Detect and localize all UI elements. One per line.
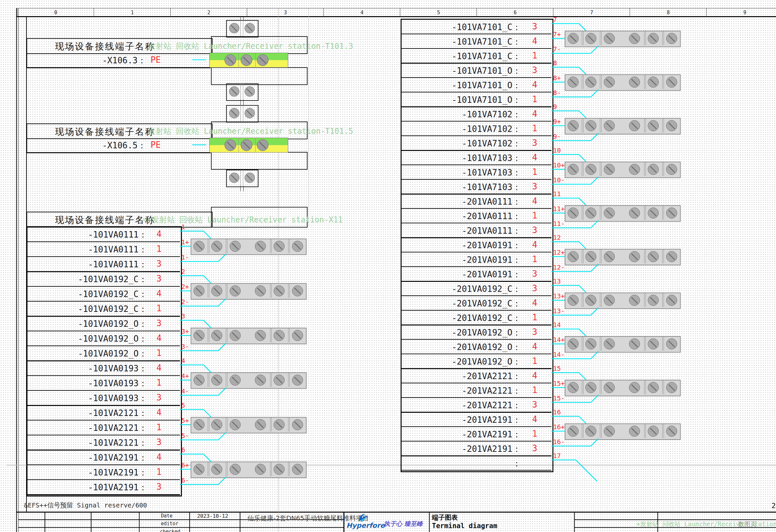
block-divider bbox=[601, 249, 602, 263]
screw-icon bbox=[273, 286, 284, 296]
terminal-name: -201VA0192_C： bbox=[452, 298, 521, 309]
block-divider bbox=[644, 31, 644, 45]
screw-icon bbox=[224, 54, 236, 66]
block-divider bbox=[600, 75, 600, 89]
block-divider bbox=[583, 162, 583, 176]
block-divider bbox=[270, 462, 270, 476]
terminal-name: -101VA7101_C： bbox=[452, 51, 521, 62]
wire bbox=[552, 373, 586, 380]
terminal-pin-value: 4 bbox=[154, 363, 164, 373]
mount-rect bbox=[211, 152, 308, 170]
frame-left-inner bbox=[18, 8, 18, 532]
tb-line bbox=[189, 512, 190, 532]
terminal-name: -101VA0193： bbox=[88, 393, 147, 404]
mount-rect bbox=[211, 67, 308, 85]
block-divider bbox=[288, 284, 288, 298]
block-divider bbox=[662, 380, 662, 394]
block-divider bbox=[600, 337, 600, 351]
block-divider bbox=[270, 239, 270, 253]
table-row: -101VA7102：1 bbox=[401, 121, 552, 136]
screw-icon bbox=[666, 207, 677, 218]
screw-icon bbox=[666, 33, 677, 44]
ruler-cell: 9 bbox=[706, 8, 776, 17]
table-row: ： bbox=[401, 455, 552, 471]
ruler-cell: 8 bbox=[630, 8, 707, 17]
block-divider bbox=[226, 328, 226, 342]
terminal-name: -101VA0192_C： bbox=[78, 304, 147, 315]
table-row: -101VA7103：3 bbox=[401, 179, 552, 195]
block-divider bbox=[240, 105, 241, 121]
signal-reserve-note: &EFS++信号预留 Signal reserve/600 bbox=[24, 501, 147, 510]
block-divider bbox=[644, 424, 644, 438]
block-divider bbox=[226, 373, 226, 387]
terminal-pin-value: 3 bbox=[529, 225, 540, 235]
titleblock-top-line bbox=[16, 512, 776, 513]
block-divider bbox=[645, 424, 646, 438]
wire-number-label: 15 bbox=[553, 365, 561, 372]
terminal-pin-value: 3 bbox=[529, 65, 540, 75]
wire bbox=[552, 111, 586, 118]
wire-number-label: 14+ bbox=[553, 336, 565, 344]
block-divider bbox=[240, 170, 241, 186]
block-divider bbox=[288, 239, 288, 253]
block-divider bbox=[600, 31, 600, 45]
terminal-name: -101VA2191： bbox=[88, 482, 147, 493]
wire-number-label: 12- bbox=[553, 263, 565, 271]
table-row: -201VA2191：3 bbox=[401, 440, 552, 457]
table-row: -101VA0193：3 bbox=[26, 390, 180, 406]
screw-icon bbox=[255, 330, 266, 341]
wire-number-label: 6 bbox=[181, 446, 185, 454]
screw-icon bbox=[224, 139, 236, 151]
block-divider bbox=[583, 31, 583, 45]
block-divider bbox=[662, 162, 662, 176]
section2-header-label: 现场设备接线端子名称 bbox=[55, 126, 155, 138]
terminal-pin-value: 3 bbox=[154, 437, 164, 447]
screw-icon bbox=[292, 241, 303, 252]
block-divider bbox=[240, 20, 241, 36]
screw-icon bbox=[648, 33, 659, 44]
screw-icon bbox=[585, 76, 596, 87]
screw-icon bbox=[585, 120, 596, 131]
terminal-name: -101VA0192_C： bbox=[78, 289, 147, 300]
block-divider bbox=[583, 75, 583, 89]
wire-number-label: 8- bbox=[553, 89, 561, 97]
terminal-pin-value: 4 bbox=[529, 80, 540, 90]
block-divider bbox=[209, 462, 209, 476]
screw-icon bbox=[629, 164, 640, 175]
ruler-cell: 7 bbox=[553, 8, 630, 17]
terminal-pin-value: 1 bbox=[529, 51, 540, 60]
block-divider bbox=[238, 138, 239, 152]
table-row: -101VA7103：4 bbox=[401, 150, 552, 165]
terminal-pin-value: 1 bbox=[529, 211, 540, 220]
screw-icon bbox=[604, 426, 615, 436]
wire-number-label: 9+ bbox=[553, 118, 561, 126]
terminal-name: -101VA2121： bbox=[88, 437, 147, 449]
screw-icon bbox=[666, 164, 677, 175]
screw-icon bbox=[257, 54, 268, 66]
wire-number-label: 10- bbox=[553, 176, 565, 184]
terminal-pin-value: 4 bbox=[529, 414, 540, 424]
block-divider bbox=[289, 417, 290, 431]
terminal-name: -201VA0191： bbox=[462, 254, 521, 266]
screw-icon bbox=[257, 139, 268, 151]
terminal-name: -101VA0192_O： bbox=[78, 333, 147, 345]
screw-icon bbox=[241, 54, 252, 66]
footer-station-label: +发射站 回收站 Launcher/Receiver station bbox=[636, 520, 776, 528]
terminal-name: -101VA2191： bbox=[88, 467, 147, 478]
wire-number-label: 16+ bbox=[553, 423, 565, 431]
wire bbox=[552, 286, 586, 293]
block-divider bbox=[243, 170, 243, 186]
block-divider bbox=[243, 20, 243, 36]
tb-line bbox=[18, 527, 343, 528]
tb-line bbox=[429, 512, 430, 532]
block-divider bbox=[644, 206, 644, 220]
screw-icon bbox=[604, 295, 615, 306]
ruler-cell: 5 bbox=[400, 8, 477, 17]
date-label: Date bbox=[161, 513, 173, 519]
wire-number-label: 7- bbox=[553, 45, 561, 53]
screw-icon bbox=[292, 464, 303, 475]
screw-icon bbox=[604, 164, 615, 175]
wire-number-label: 4 bbox=[181, 357, 185, 365]
block-divider bbox=[663, 75, 664, 89]
wire-number-label: 13+ bbox=[553, 292, 565, 300]
